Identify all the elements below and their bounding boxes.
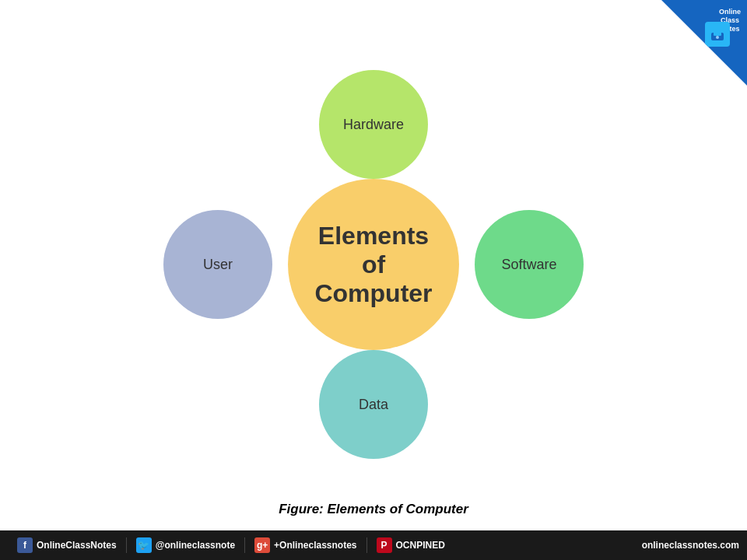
hardware-label: Hardware [343, 117, 404, 133]
googleplus-icon: g+ [254, 537, 270, 553]
twitter-icon: 🐦 [136, 537, 152, 553]
pinterest-item[interactable]: P OCNPINED [367, 537, 454, 553]
center-circle: Elements of Computer [288, 179, 459, 350]
user-circle: User [163, 210, 272, 319]
googleplus-name: +Onlineclassnotes [274, 540, 356, 551]
bottom-bar: f OnlineClassNotes 🐦 @onlineclassnote g+… [0, 530, 747, 560]
corner-badge: Online Class Notes [661, 0, 747, 86]
googleplus-item[interactable]: g+ +Onlineclassnotes [245, 537, 366, 553]
pinterest-icon: P [377, 537, 392, 553]
facebook-item[interactable]: f OnlineClassNotes [8, 537, 126, 553]
software-label: Software [501, 257, 556, 273]
software-circle: Software [475, 210, 584, 319]
twitter-name: @onlineclassnote [156, 540, 235, 551]
pinterest-name: OCNPINED [396, 540, 445, 551]
elements-diagram: Hardware Software Data User Elements of … [140, 47, 607, 482]
hardware-circle: Hardware [319, 70, 428, 179]
figure-caption: Figure: Elements of Computer [279, 502, 468, 517]
corner-icon [705, 22, 730, 47]
data-circle: Data [319, 350, 428, 459]
facebook-name: OnlineClassNotes [37, 540, 117, 551]
facebook-icon: f [17, 537, 33, 553]
user-label: User [203, 257, 233, 273]
svg-point-2 [716, 36, 719, 39]
center-label: Elements of Computer [314, 222, 432, 308]
website-text: onlineclassnotes.com [642, 540, 739, 551]
twitter-item[interactable]: 🐦 @onlineclassnote [127, 537, 244, 553]
svg-rect-1 [714, 30, 721, 36]
data-label: Data [359, 397, 388, 413]
